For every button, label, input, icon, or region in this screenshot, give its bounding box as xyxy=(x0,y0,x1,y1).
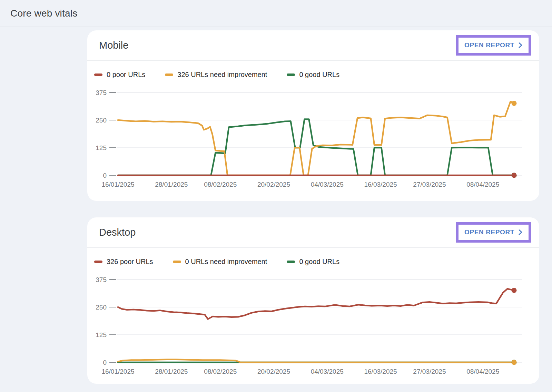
x-tick-label: 08/04/2025 xyxy=(466,181,499,188)
legend-item-poor: 326 poor URLs xyxy=(94,258,153,266)
x-tick-label: 04/03/2025 xyxy=(311,181,344,188)
poor-swatch-icon xyxy=(94,261,102,263)
y-tick-label: 250 xyxy=(96,304,107,311)
chart-canvas: 012525037516/01/202528/01/202508/02/2025… xyxy=(87,83,539,190)
legend-item-good: 0 good URLs xyxy=(287,258,339,266)
legend-label: 0 good URLs xyxy=(299,258,339,266)
series-endpoint-dot-needs_improvement xyxy=(512,360,517,365)
series-line-poor xyxy=(118,289,514,319)
desktop-legend: 326 poor URLs 0 URLs need improvement 0 … xyxy=(87,248,539,266)
desktop-card-header: Desktop OPEN REPORT xyxy=(87,217,539,248)
x-tick-label: 20/02/2025 xyxy=(257,181,290,188)
x-tick-label: 16/01/2025 xyxy=(101,368,134,375)
y-tick-label: 375 xyxy=(96,276,107,283)
chevron-right-icon xyxy=(518,229,523,235)
legend-label: 0 URLs need improvement xyxy=(185,258,267,266)
x-tick-label: 27/03/2025 xyxy=(413,368,446,375)
legend-item-good: 0 good URLs xyxy=(287,71,339,79)
legend-item-needs-improvement: 326 URLs need improvement xyxy=(165,71,267,79)
x-tick-label: 08/04/2025 xyxy=(466,368,499,375)
chevron-right-icon xyxy=(518,42,523,48)
legend-label: 326 poor URLs xyxy=(107,258,153,266)
x-tick-label: 16/03/2025 xyxy=(364,368,397,375)
x-tick-label: 28/01/2025 xyxy=(155,368,188,375)
x-tick-label: 28/01/2025 xyxy=(155,181,188,188)
chart-canvas: 012525037516/01/202528/01/202508/02/2025… xyxy=(87,270,539,378)
series-endpoint-dot-needs_improvement xyxy=(512,101,517,106)
page-title: Core web vitals xyxy=(10,8,77,19)
y-tick-label: 0 xyxy=(103,359,107,366)
y-tick-label: 375 xyxy=(96,89,107,96)
desktop-card-title: Desktop xyxy=(99,227,136,238)
legend-label: 0 poor URLs xyxy=(107,71,145,79)
needs-improvement-swatch-icon xyxy=(165,74,173,76)
x-tick-label: 08/02/2025 xyxy=(204,181,237,188)
legend-item-poor: 0 poor URLs xyxy=(94,71,145,79)
desktop-cwv-line-chart: 012525037516/01/202528/01/202508/02/2025… xyxy=(87,270,539,378)
open-report-label: OPEN REPORT xyxy=(464,228,514,236)
series-endpoint-dot-poor xyxy=(512,288,517,293)
x-tick-label: 27/03/2025 xyxy=(413,181,446,188)
x-tick-label: 20/02/2025 xyxy=(257,368,290,375)
mobile-legend: 0 poor URLs 326 URLs need improvement 0 … xyxy=(87,61,539,79)
open-report-highlight: OPEN REPORT xyxy=(456,222,531,243)
desktop-card: Desktop OPEN REPORT 326 poor URLs 0 URLs… xyxy=(87,217,539,384)
mobile-card-title: Mobile xyxy=(99,40,128,51)
y-tick-label: 250 xyxy=(96,117,107,124)
good-swatch-icon xyxy=(287,261,295,263)
legend-item-needs-improvement: 0 URLs need improvement xyxy=(173,258,267,266)
legend-label: 0 good URLs xyxy=(299,71,339,79)
x-tick-label: 16/03/2025 xyxy=(364,181,397,188)
y-tick-label: 0 xyxy=(103,172,107,179)
poor-swatch-icon xyxy=(94,74,102,76)
series-line-good xyxy=(118,119,514,175)
open-report-button[interactable]: OPEN REPORT xyxy=(459,225,529,240)
needs-improvement-swatch-icon xyxy=(173,261,181,263)
y-tick-label: 125 xyxy=(96,331,107,339)
series-endpoint-dot-poor xyxy=(512,173,517,178)
mobile-card-header: Mobile OPEN REPORT xyxy=(87,30,539,61)
open-report-label: OPEN REPORT xyxy=(464,41,514,49)
open-report-highlight: OPEN REPORT xyxy=(456,35,531,56)
x-tick-label: 16/01/2025 xyxy=(101,181,134,188)
page-header: Core web vitals xyxy=(0,0,552,27)
open-report-button[interactable]: OPEN REPORT xyxy=(459,38,529,53)
good-swatch-icon xyxy=(287,74,295,76)
mobile-card: Mobile OPEN REPORT 0 poor URLs 326 URLs … xyxy=(87,30,539,201)
y-tick-label: 125 xyxy=(96,144,107,151)
x-tick-label: 08/02/2025 xyxy=(204,368,237,375)
legend-label: 326 URLs need improvement xyxy=(177,71,267,79)
mobile-cwv-line-chart: 012525037516/01/202528/01/202508/02/2025… xyxy=(87,83,539,190)
series-line-needs_improvement xyxy=(118,101,514,175)
x-tick-label: 04/03/2025 xyxy=(311,368,344,375)
